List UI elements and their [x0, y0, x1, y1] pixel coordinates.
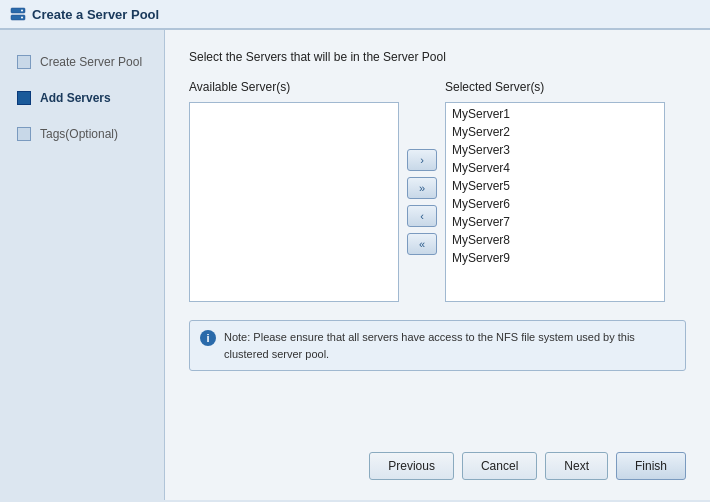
step-icon-1 [16, 54, 32, 70]
list-item[interactable]: MyServer1 [448, 105, 662, 123]
content-area: Select the Servers that will be in the S… [165, 30, 710, 500]
title-bar: Create a Server Pool [0, 0, 710, 29]
sidebar-label-tags: Tags(Optional) [40, 127, 118, 141]
sidebar-item-create-server-pool[interactable]: Create Server Pool [10, 50, 154, 74]
title-text: Create a Server Pool [32, 7, 159, 22]
move-right-button[interactable]: › [407, 149, 437, 171]
selected-label: Selected Server(s) [445, 80, 665, 94]
list-item[interactable]: MyServer9 [448, 249, 662, 267]
sidebar-item-add-servers[interactable]: Add Servers [10, 86, 154, 110]
list-item[interactable]: MyServer7 [448, 213, 662, 231]
note-text: Note: Please ensure that all servers hav… [224, 329, 675, 362]
previous-button[interactable]: Previous [369, 452, 454, 480]
instruction-text: Select the Servers that will be in the S… [189, 50, 686, 64]
available-servers-listbox[interactable] [189, 102, 399, 302]
transfer-buttons: › » ‹ « [399, 102, 445, 302]
available-label: Available Server(s) [189, 80, 399, 94]
sidebar-label-add: Add Servers [40, 91, 111, 105]
info-icon: i [200, 330, 216, 346]
list-item[interactable]: MyServer5 [448, 177, 662, 195]
list-item[interactable]: MyServer6 [448, 195, 662, 213]
note-area: i Note: Please ensure that all servers h… [189, 320, 686, 371]
svg-point-2 [21, 10, 23, 12]
list-item[interactable]: MyServer3 [448, 141, 662, 159]
selected-panel: Selected Server(s) MyServer1MyServer2MyS… [445, 80, 665, 302]
list-item[interactable]: MyServer4 [448, 159, 662, 177]
sidebar-label-create: Create Server Pool [40, 55, 142, 69]
step-icon-3 [16, 126, 32, 142]
move-all-right-button[interactable]: » [407, 177, 437, 199]
svg-point-3 [21, 17, 23, 19]
available-panel: Available Server(s) [189, 80, 399, 302]
move-all-left-button[interactable]: « [407, 233, 437, 255]
cancel-button[interactable]: Cancel [462, 452, 537, 480]
list-item[interactable]: MyServer8 [448, 231, 662, 249]
sidebar-item-tags[interactable]: Tags(Optional) [10, 122, 154, 146]
move-left-button[interactable]: ‹ [407, 205, 437, 227]
server-pool-icon [10, 6, 26, 22]
next-button[interactable]: Next [545, 452, 608, 480]
main-container: Create Server Pool Add Servers Tags(Opti… [0, 30, 710, 500]
server-panels: Available Server(s) › » ‹ « Selected Ser… [189, 80, 686, 302]
step-icon-2 [16, 90, 32, 106]
footer-buttons: Previous Cancel Next Finish [189, 432, 686, 480]
sidebar: Create Server Pool Add Servers Tags(Opti… [0, 30, 165, 500]
finish-button[interactable]: Finish [616, 452, 686, 480]
list-item[interactable]: MyServer2 [448, 123, 662, 141]
selected-servers-listbox[interactable]: MyServer1MyServer2MyServer3MyServer4MySe… [445, 102, 665, 302]
